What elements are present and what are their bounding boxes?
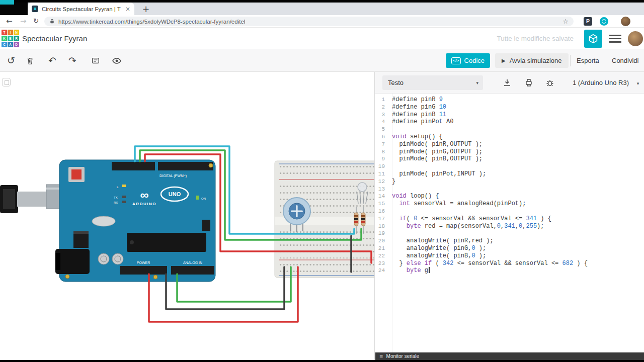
reload-button[interactable]: ↻ [33, 15, 39, 28]
code-brackets-icon: </> [451, 57, 461, 64]
chevron-down-icon: ▾ [637, 81, 639, 86]
circuit-svg: DIGITAL (PWM~) L TX RX ∞ ARDUINO UNO ON [0, 72, 374, 360]
start-simulation-button[interactable]: ▶ Avvia simulazione [495, 53, 569, 68]
analog-label: ANALOG IN [183, 261, 202, 264]
code-panel-header: Testo ▾ 1 (Arduino Uno R3) ▾ [375, 72, 644, 94]
account-avatar[interactable] [628, 31, 643, 46]
code-line[interactable]: 15 int sensorVal = analogRead(pinPot); [375, 200, 644, 208]
undo-icon[interactable]: ↶ [46, 49, 58, 72]
blocks-button[interactable] [584, 30, 602, 48]
browser-profile-avatar[interactable] [621, 17, 630, 26]
forward-button[interactable]: → [20, 15, 27, 28]
code-line[interactable]: 6void setup() { [375, 133, 644, 141]
save-status: Tutte le modifiche salvate [497, 28, 574, 49]
code-button-label: Codice [464, 57, 485, 64]
power-jack [55, 249, 90, 274]
digital-label: DIGITAL (PWM~) [159, 174, 187, 178]
printer-icon[interactable] [524, 78, 534, 88]
logo-tile: A [8, 42, 13, 47]
code-line[interactable]: 14void loop() { [375, 193, 644, 200]
arduino-label: ARDUINO [132, 202, 156, 206]
logo-tile: C [2, 42, 7, 47]
close-tab-icon[interactable]: × [125, 6, 130, 13]
delete-icon[interactable] [24, 49, 36, 72]
toolbar-divider [570, 55, 571, 66]
back-button[interactable]: ← [6, 15, 13, 28]
tab-favicon-icon [32, 6, 38, 12]
view-mode-value: Testo [388, 79, 404, 86]
code-line[interactable]: 16 [375, 208, 644, 215]
board-select-value: 1 (Arduino Uno R3) [573, 79, 629, 86]
code-line[interactable]: 10 [375, 163, 644, 170]
code-line[interactable]: 21 analogWrite( pinG,0 ); [375, 245, 644, 252]
logo-tile: T [2, 30, 7, 35]
arduino-uno[interactable]: DIGITAL (PWM~) L TX RX ∞ ARDUINO UNO ON [0, 160, 215, 282]
tinkercad-logo[interactable]: TINKERCAD [2, 30, 19, 47]
code-editor[interactable]: 1#define pinR 92#define pinG 103#define … [375, 94, 644, 352]
code-line[interactable]: 7 pinMode( pinR,OUTPUT ); [375, 141, 644, 148]
cube-icon [588, 33, 599, 44]
code-line[interactable]: 8 pinMode( pinG,OUTPUT ); [375, 148, 644, 156]
new-tab-button[interactable]: + [142, 3, 149, 15]
code-line[interactable]: 13 [375, 186, 644, 193]
infinity-logo: ∞ [140, 188, 148, 202]
code-line[interactable]: 23 } else if ( 342 <= sensorVal && senso… [375, 260, 644, 267]
url-bar[interactable]: https://www.tinkercad.com/things/5xdolyW… [44, 17, 574, 26]
bookmark-star-icon[interactable]: ☆ [562, 18, 569, 25]
code-line[interactable]: 3#define pinB 11 [375, 111, 644, 119]
code-line[interactable]: 9 pinMode( pinB,OUTPUT ); [375, 155, 644, 163]
code-line[interactable]: 17 if( 0 <= sensorVal && sensorVal <= 34… [375, 215, 644, 223]
logo-tile: K [2, 36, 7, 41]
code-line[interactable]: 19 [375, 230, 644, 237]
visibility-eye-icon[interactable] [111, 49, 123, 72]
redo-icon[interactable]: ↷ [66, 49, 78, 72]
browser-tab[interactable]: Circuits Spectacular Fyyran | T × [28, 3, 134, 15]
editor-toolbar: ↺ ↶ ↷ </> Codice ▶ Avvia simulazione Esp… [0, 49, 644, 72]
export-button[interactable]: Esporta [577, 49, 599, 72]
menu-button[interactable] [606, 32, 624, 45]
board-select[interactable]: 1 (Arduino Uno R3) ▾ [573, 72, 639, 94]
uno-label: UNO [169, 191, 181, 197]
extension-teal-icon[interactable] [600, 17, 608, 26]
share-button[interactable]: Condividi [612, 49, 638, 72]
code-line[interactable]: 24 byte g [375, 267, 644, 275]
code-line[interactable]: 20 analogWrite( pinR,red ); [375, 237, 644, 245]
letterbox-top [0, 0, 644, 3]
circuit-workspace[interactable]: DIGITAL (PWM~) L TX RX ∞ ARDUINO UNO ON [0, 72, 375, 360]
play-icon: ▶ [502, 58, 506, 63]
code-line[interactable]: 1#define pinR 9 [375, 96, 644, 104]
code-line[interactable]: 5 [375, 126, 644, 133]
code-line[interactable]: 22 analogWrite( pinB,0 ); [375, 252, 644, 260]
tx-label: TX [114, 196, 118, 199]
logo-tile: R [14, 36, 19, 41]
serial-monitor-bar[interactable]: ≡ Monitor seriale [375, 352, 644, 360]
simulate-label: Avvia simulazione [510, 57, 562, 64]
usb-cable [17, 192, 48, 207]
zoom-fit-button[interactable] [2, 78, 11, 86]
reset-button[interactable] [71, 169, 82, 179]
view-mode-select[interactable]: Testo ▾ [382, 75, 483, 90]
extension-p-icon[interactable]: P [584, 17, 592, 26]
code-panel: Testo ▾ 1 (Arduino Uno R3) ▾ 1#define pi… [375, 72, 644, 360]
code-line[interactable]: 2#define pinG 10 [375, 104, 644, 111]
rx-label: RX [114, 201, 118, 204]
logo-tile: I [8, 30, 13, 35]
url-text: https://www.tinkercad.com/things/5xdolyW… [58, 19, 562, 25]
debug-icon[interactable] [545, 78, 555, 88]
rotate-icon[interactable]: ↺ [5, 49, 17, 72]
browser-address-bar: ← → ↻ https://www.tinkercad.com/things/5… [0, 15, 644, 28]
tinkercad-header: TINKERCAD Spectacular Fyyran Tutte le mo… [0, 28, 644, 49]
browser-tab-bar: Circuits Spectacular Fyyran | T × + [0, 3, 644, 15]
code-line[interactable]: 18 byte red = map(sensorVal,0,341,0,255)… [375, 223, 644, 230]
code-line[interactable]: 4#define pinPot A0 [375, 118, 644, 126]
notes-icon[interactable] [90, 49, 102, 72]
code-line[interactable]: 11 pinMode( pinPot,INPUT ); [375, 170, 644, 178]
code-line[interactable]: 12} [375, 178, 644, 186]
design-title[interactable]: Spectacular Fyyran [22, 28, 87, 49]
code-button[interactable]: </> Codice [446, 53, 490, 68]
screen-corner-artifact [0, 0, 14, 5]
serial-monitor-icon: ≡ [379, 354, 383, 359]
serial-monitor-label: Monitor seriale [386, 353, 420, 359]
tab-title: Circuits Spectacular Fyyran | T [42, 6, 122, 12]
download-code-icon[interactable] [503, 78, 513, 88]
